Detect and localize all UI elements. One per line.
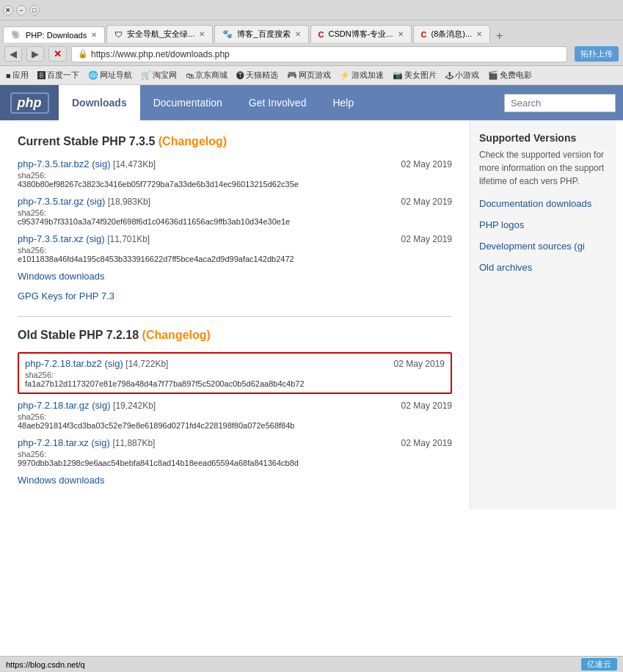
stable-file-3-sig-link[interactable]: (sig) [86, 233, 104, 244]
old-section: Old Stable PHP 7.2.18 (Changelog) php-7.… [18, 329, 452, 486]
gpg-section: GPG Keys for PHP 7.3 [18, 291, 452, 302]
bookmark-tmall[interactable]: 🅣 天猫精选 [233, 68, 281, 82]
tab-title-4: CSDN博客-专业... [329, 29, 393, 40]
sidebar-doc-downloads-link[interactable]: Documentation downloads [479, 198, 608, 209]
tab-close-2[interactable]: ✕ [199, 30, 205, 38]
old-file-2-sig-link[interactable]: (sig) [92, 400, 110, 411]
old-file-1-sig-link[interactable]: (sig) [104, 358, 123, 369]
old-file-2-date: 02 May 2019 [401, 401, 452, 411]
search-input[interactable] [505, 95, 615, 112]
new-tab-button[interactable]: + [492, 29, 507, 43]
stable-file-2: php-7.3.5.tar.gz (sig) [18,983Kb] 02 May… [18, 196, 452, 226]
old-file-1-sha: fa1a27b12d1173207e81e798a48d4a7f77ba897f… [25, 379, 445, 388]
old-windows-item: Windows downloads [18, 475, 452, 486]
old-file-3-sig-link[interactable]: (sig) [91, 437, 109, 448]
old-file-2-link[interactable]: php-7.2.18.tar.gz [18, 400, 90, 411]
bookmark-baidu[interactable]: 🅱 百度一下 [34, 68, 82, 82]
bookmark-jd[interactable]: 🛍 京东商城 [183, 68, 230, 82]
old-file-2-sha: 48aeb291814f3cd3ba03c52e79e8e61896d0271f… [18, 421, 452, 430]
stable-file-1-link[interactable]: php-7.3.5.tar.bz2 [18, 158, 90, 169]
stable-file-1-sha: 4380b80ef98267c3823c3416eb05f7729ba7a33d… [18, 180, 452, 189]
nav-documentation[interactable]: Documentation [140, 85, 236, 120]
tab-close-3[interactable]: ✕ [295, 30, 301, 38]
bookmark-taobao[interactable]: 🛒 淘宝网 [138, 68, 180, 82]
bookmark-girls[interactable]: 📷 美女图片 [390, 68, 440, 82]
old-file-3-row: php-7.2.18.tar.xz (sig) [11,887Kb] 02 Ma… [18, 437, 452, 448]
php-logo[interactable]: php [0, 85, 59, 120]
php-search-box[interactable] [504, 94, 616, 112]
maximize-window-btn[interactable]: □ [29, 5, 40, 15]
sidebar: Supported Versions Check the supported v… [470, 120, 616, 509]
extension-upload-button[interactable]: 拓扑上传 [575, 46, 619, 62]
old-file-1-row: php-7.2.18.tar.bz2 (sig) [14,722Kb] 02 M… [25, 358, 445, 369]
stable-file-3: php-7.3.5.tar.xz (sig) [11,701Kb] 02 May… [18, 233, 452, 263]
tab-csdn-msg[interactable]: C (8条消息)... ✕ [413, 25, 491, 43]
nav-downloads[interactable]: Downloads [59, 85, 140, 120]
tab-csdn[interactable]: C CSDN博客-专业... ✕ [310, 25, 412, 43]
old-file-2-row: php-7.2.18.tar.gz (sig) [19,242Kb] 02 Ma… [18, 400, 452, 411]
minimize-window-btn[interactable]: − [16, 5, 26, 15]
address-text: https://www.php.net/downloads.php [91, 49, 230, 59]
tab-favicon-2: 🛡 [114, 30, 123, 39]
stable-file-1-size: [14,473Kb] [113, 159, 156, 169]
stable-file-2-link[interactable]: php-7.3.5.tar.gz [18, 196, 84, 207]
old-file-1-link[interactable]: php-7.2.18.tar.bz2 [25, 358, 102, 369]
old-changelog-link[interactable]: (Changelog) [142, 329, 211, 341]
stable-file-1-date: 02 May 2019 [401, 159, 452, 169]
bookmark-movies[interactable]: 🎬 免费电影 [485, 68, 535, 82]
stable-file-3-row: php-7.3.5.tar.xz (sig) [11,701Kb] 02 May… [18, 233, 452, 244]
stable-file-1-row: php-7.3.5.tar.bz2 (sig) [14,473Kb] 02 Ma… [18, 158, 452, 169]
stable-file-2-size: [18,983Kb] [108, 197, 150, 207]
ssl-lock-icon: 🔒 [78, 49, 88, 59]
close-window-btn[interactable]: ✕ [3, 5, 13, 15]
stable-file-1-sig-link[interactable]: (sig) [92, 158, 110, 169]
old-file-1-date: 02 May 2019 [394, 359, 445, 369]
window-controls: ✕ − □ [3, 5, 40, 15]
bookmark-games[interactable]: 🕹 小游戏 [442, 68, 482, 82]
sidebar-supported-text: Check the supported version for more inf… [479, 148, 608, 188]
nav-help[interactable]: Help [319, 85, 367, 120]
stable-file-3-link[interactable]: php-7.3.5.tar.xz [18, 233, 84, 244]
nav-get-involved[interactable]: Get Involved [236, 85, 320, 120]
main-wrapper: Current Stable PHP 7.3.5 (Changelog) php… [0, 120, 623, 509]
tab-title-1: PHP: Downloads [26, 31, 87, 40]
tab-close-4[interactable]: ✕ [398, 30, 404, 38]
tab-close-5[interactable]: ✕ [476, 30, 482, 38]
section-divider [18, 316, 452, 317]
old-file-1: php-7.2.18.tar.bz2 (sig) [14,722Kb] 02 M… [18, 352, 452, 394]
stop-button[interactable]: ✕ [48, 46, 67, 62]
sidebar-php-logos-link[interactable]: PHP logos [479, 219, 608, 230]
gpg-link[interactable]: GPG Keys for PHP 7.3 [18, 291, 114, 302]
tab-favicon-4: C [318, 30, 324, 39]
php-logo-text: php [10, 92, 49, 114]
tab-php-downloads[interactable]: 🐘 PHP: Downloads ✕ [3, 26, 105, 43]
title-bar: ✕ − □ [0, 0, 623, 21]
sidebar-supported-heading: Supported Versions [479, 132, 608, 144]
tab-close-1[interactable]: ✕ [91, 31, 97, 39]
old-file-3-link[interactable]: php-7.2.18.tar.xz [18, 437, 89, 448]
forward-button[interactable]: ▶ [26, 46, 44, 62]
bookmark-webgame[interactable]: 🎮 网页游戏 [284, 68, 334, 82]
stable-windows-link[interactable]: Windows downloads [18, 271, 105, 282]
tab-baidu-blog[interactable]: 🐾 博客_百度搜索 ✕ [214, 25, 308, 43]
old-file-1-size: [14,722Kb] [125, 359, 168, 369]
stable-title: Current Stable PHP 7.3.5 (Changelog) [18, 135, 452, 148]
old-file-2-size: [19,242Kb] [113, 401, 156, 411]
bookmark-speed[interactable]: ⚡ 游戏加速 [337, 68, 387, 82]
old-windows-link[interactable]: Windows downloads [18, 475, 105, 486]
address-bar[interactable]: 🔒 https://www.php.net/downloads.php [71, 46, 567, 62]
tab-security[interactable]: 🛡 安全导航_安全绿... ✕ [106, 25, 213, 43]
stable-file-3-size: [11,701Kb] [107, 234, 150, 244]
sidebar-old-archives-link[interactable]: Old archives [479, 262, 608, 273]
tab-title-5: (8条消息)... [431, 29, 472, 40]
stable-file-2-date: 02 May 2019 [401, 197, 452, 207]
stable-changelog-link[interactable]: (Changelog) [159, 135, 227, 147]
bookmark-apps[interactable]: ■ 应用 [3, 68, 32, 82]
bookmark-nav[interactable]: 🌐 网址导航 [85, 68, 135, 82]
tabs-bar: 🐘 PHP: Downloads ✕ 🛡 安全导航_安全绿... ✕ 🐾 博客_… [0, 21, 623, 43]
stable-file-1-sha-label: sha256: [18, 171, 452, 180]
sidebar-dev-sources-link[interactable]: Development sources (gi [479, 241, 608, 252]
old-file-list: php-7.2.18.tar.bz2 (sig) [14,722Kb] 02 M… [18, 352, 452, 486]
back-button[interactable]: ◀ [4, 46, 22, 62]
stable-file-2-sig-link[interactable]: (sig) [87, 196, 105, 207]
